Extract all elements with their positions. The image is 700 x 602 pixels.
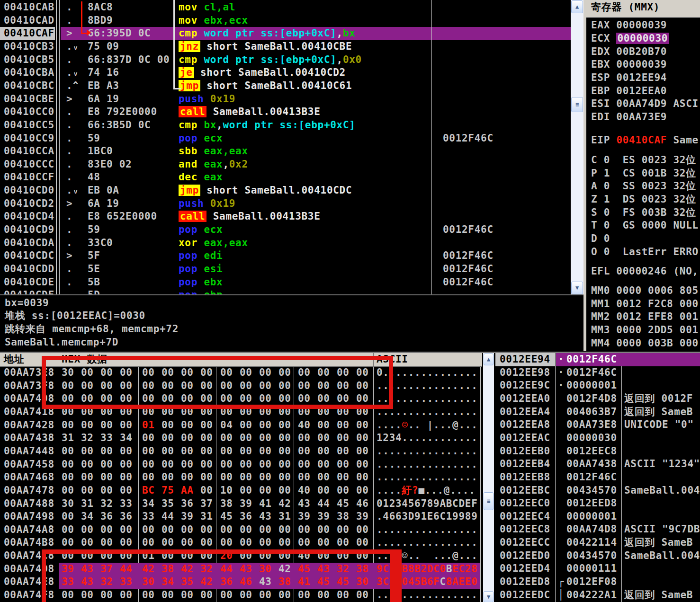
dump-row[interactable]: 00AA743831323334000000000000000000000000… (0, 432, 482, 445)
register-row[interactable]: EAX 00000039 (591, 19, 700, 32)
register-text: O 0 LastErr ERRO (591, 246, 699, 259)
disasm-scrollbar[interactable]: ▲ ≡ ▼ (571, 0, 583, 294)
stack-value: 0012EF08 (566, 575, 617, 589)
disasm-row[interactable]: 00410CC0.E8 792E0000call SameBall.00413B… (0, 106, 571, 119)
stack-row[interactable]: 0012EEB400AA7438ASCII "1234" (495, 458, 700, 471)
disasm-row[interactable]: 00410CD9.59pop ecx0012F46C (0, 223, 571, 237)
text-segment: eax,eax (204, 145, 248, 157)
disasm-row[interactable]: 00410CC9.59pop ecx0012F46C (0, 132, 571, 145)
disasm-row[interactable]: 00410CCA.1BC0sbb eax,eax (0, 145, 571, 158)
disasm-row[interactable]: 00410CC5.66:3B5D 0Ccmp bx,word ptr ss:[e… (0, 119, 571, 132)
register-row[interactable]: MM4 0000 003B 000 (591, 337, 700, 350)
stack-row[interactable]: 0012EEC00012EED8 (495, 497, 700, 510)
register-row[interactable]: D 0 (591, 232, 700, 246)
disasm-row[interactable]: 00410CD0.ᵥEB 0Ajmp short SameBall.00410C… (0, 184, 571, 197)
dump-row[interactable]: 00AA744800000000000000000000000000000000… (0, 445, 482, 458)
dump-row[interactable]: 00AA745800000000000000000000000000000000… (0, 458, 482, 471)
dump-row[interactable]: 00AA74C800000000010000002000000040000000… (0, 549, 482, 563)
dump-row[interactable]: 00AA741800000000000000000000000000000000… (0, 406, 482, 419)
stack-row[interactable]: 0012EEDC│004222A1返回到 SameB (495, 589, 700, 602)
stack-row[interactable]: 0012EEB80012F46C (495, 471, 700, 484)
register-row[interactable]: EDX 00B20B70 (591, 45, 700, 59)
disasm-row[interactable]: 00410CBA.ᵥ74 16je short SameBall.00410CD… (0, 66, 571, 80)
stack-row[interactable]: 0012EEC400000001 (495, 510, 700, 523)
register-row[interactable]: MM1 0012 F2C8 000 (591, 298, 700, 311)
register-row[interactable]: A 0 SS 0023 32位 (591, 180, 700, 193)
register-row[interactable]: EBP 0012EEA0 (591, 85, 700, 98)
dump-row[interactable]: 00AA747800000000BC75AA001000000040000000… (0, 484, 482, 497)
register-row[interactable]: MM2 0012 EFE8 001 (591, 310, 700, 324)
dump-byte: 00 (200, 380, 213, 393)
dump-row[interactable]: 00AA73E830000000000000000000000000000000… (0, 366, 482, 380)
dump-byte: 00 (259, 484, 272, 497)
scroll-up-button[interactable]: ▲ (484, 354, 494, 365)
disasm-row[interactable]: 00410CBE>6A 19push 0x19 (0, 93, 571, 106)
dump-scrollbar[interactable]: ▲ ≡ ▼ (483, 353, 494, 602)
disasm-row[interactable]: 00410CD4.E8 652E0000call SameBall.00413B… (0, 210, 571, 223)
dump-row[interactable]: 00AA742800000000010000000400000040000000… (0, 419, 482, 432)
stack-row[interactable]: 0012EEA00012F4D8返回到 0012F (495, 392, 700, 406)
dump-byte: 00 (220, 366, 233, 380)
disasm-row[interactable]: 00410CBC.^EB A3jmp short SameBall.00410C… (0, 80, 571, 93)
dump-row[interactable]: 00AA74F800000000000000000000000000000000… (0, 589, 482, 602)
dump-row[interactable]: 00AA74E833433233303435423646433841454530… (0, 575, 482, 589)
ollydbg-window: 00410CAB.8AC8mov cl,al00410CAD.8BD9mov e… (0, 0, 700, 602)
stack-row[interactable]: 0012EECC00422114返回到 SameB (495, 536, 700, 549)
dump-byte: 00 (240, 406, 252, 419)
dump-row[interactable]: 00AA74A800000000000000000000000000000000… (0, 523, 482, 537)
scroll-down-button[interactable]: ▼ (484, 591, 494, 602)
register-row[interactable]: MM3 0000 2DD5 001 (591, 324, 700, 337)
stack-row[interactable]: 0012EED000434570SameBall.004 (495, 549, 700, 563)
register-row[interactable]: T 0 GS 0000 NULL (591, 219, 700, 232)
disasm-row[interactable]: 00410CDE.5Bpop ebx0012F46C (0, 276, 571, 289)
stack-row[interactable]: 0012EEA800AA73E8UNICODE "0" (495, 418, 700, 432)
stack-row[interactable]: 0012EEA4004063B7返回到 SameB (495, 406, 700, 419)
register-row[interactable]: S 0 FS 003B 32位 (591, 206, 700, 220)
stack-row[interactable]: 0012EE94·0012F46C (495, 353, 700, 366)
disasm-row[interactable]: 00410CB3.ᵥ75 09jnz short SameBall.00410C… (0, 40, 571, 53)
scrollbar-thumb[interactable]: ≡ (484, 492, 494, 510)
disasm-row[interactable]: 00410CDD.5Epop esi0012F46C (0, 263, 571, 276)
dump-row[interactable]: 00AA746800000000000000000000000000000000… (0, 471, 482, 484)
stack-value: 0012F46C (566, 366, 617, 380)
dump-row[interactable]: 00AA74D839433744423842324443304245433238… (0, 563, 482, 576)
stack-row[interactable]: 0012EED8┌0012EF08 (495, 575, 700, 589)
dump-row[interactable]: 00AA73F800000000000000000000000000000000… (0, 380, 482, 393)
disasm-row[interactable]: 00410CDC>5Fpop edi0012F46C (0, 249, 571, 263)
register-row[interactable]: EIP 00410CAF Same (591, 134, 700, 147)
stack-row[interactable]: 0012EE98·0012F46C (495, 366, 700, 380)
stack-row[interactable]: 0012EEBC00434570SameBall.004 (495, 484, 700, 497)
stack-row[interactable]: 0012EE9C·00000001 (495, 379, 700, 392)
register-row[interactable]: EBX 00000039 (591, 58, 700, 71)
disasm-row[interactable]: 00410CDF.5Dpop ebp (0, 289, 571, 294)
register-row[interactable]: MM0 0000 0006 805 (591, 284, 700, 298)
text-segment: , (337, 27, 343, 39)
scroll-down-button[interactable]: ▼ (571, 282, 583, 294)
scrollbar-thumb[interactable]: ≡ (571, 97, 583, 112)
disasm-row[interactable]: 00410CCF.48dec eax (0, 171, 571, 184)
dump-row[interactable]: 00AA748830313233343536373839414243444546… (0, 497, 482, 511)
register-row[interactable]: ECX 00000030 (591, 32, 700, 45)
register-row[interactable]: EDI 00AA73E9 (591, 111, 700, 124)
register-row[interactable]: ESI 00AA74D9 ASCI (591, 97, 700, 111)
dump-row[interactable]: 00AA749800343636334439314536433139393839… (0, 510, 482, 523)
register-row[interactable]: O 0 LastErr ERRO (591, 246, 700, 259)
register-row[interactable]: EFL 00000246 (NO, (591, 265, 700, 278)
scroll-up-button[interactable]: ▲ (571, 0, 583, 13)
disasm-row[interactable]: 00410CB5.66:837D 0C 00cmp word ptr ss:[e… (0, 53, 571, 67)
register-row[interactable]: C 0 ES 0023 32位 (591, 154, 700, 167)
register-row[interactable]: P 1 CS 001B 32位 (591, 167, 700, 180)
disasm-jump-mark: > (66, 197, 72, 211)
register-row[interactable]: Z 1 DS 0023 32位 (591, 193, 700, 206)
dump-row[interactable]: 00AA740800000000000000000000000000000000… (0, 392, 482, 406)
stack-row[interactable]: 0012EEB00012EEC8 (495, 445, 700, 458)
stack-row[interactable]: 0012EED400000111 (495, 562, 700, 575)
disasm-row[interactable]: 00410CCC.83E0 02and eax,0x2 (0, 158, 571, 171)
dump-byte: 00 (62, 392, 74, 406)
dump-row[interactable]: 00AA74B800000000000000000000000000000000… (0, 536, 482, 549)
disasm-row[interactable]: 00410CD2>6A 19push 0x19 (0, 197, 571, 211)
stack-row[interactable]: 0012EEC800AA74D8ASCII "9C7DB (495, 523, 700, 536)
register-row[interactable]: ESP 0012EE94 (591, 71, 700, 85)
stack-row[interactable]: 0012EEAC00000030 (495, 432, 700, 445)
disasm-row[interactable]: 00410CDA.33C0xor eax,eax (0, 237, 571, 250)
